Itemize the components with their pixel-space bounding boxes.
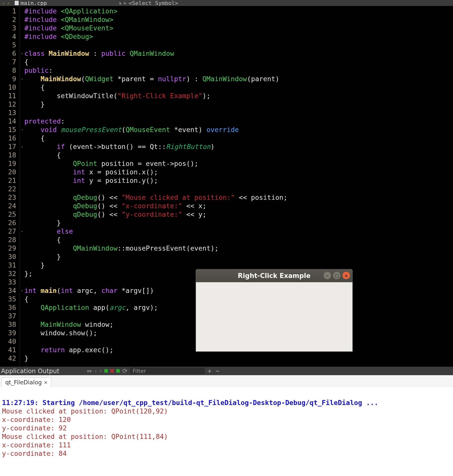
stop-icon[interactable] (110, 369, 114, 373)
settings-icon[interactable]: ⟳ (122, 367, 127, 375)
output-tab[interactable]: qt_FileDialog ✕ (1, 377, 51, 387)
nav-forward-icon[interactable]: › (7, 0, 10, 6)
output-tabs: qt_FileDialog ✕ (0, 375, 453, 387)
nav-arrows: ‹ › (0, 0, 12, 6)
maximize-button[interactable]: ▢ (333, 272, 340, 279)
nav-back-icon[interactable]: ‹ (2, 0, 5, 6)
next-icon[interactable]: › (99, 367, 102, 375)
file-tab[interactable]: main.cpp (12, 0, 50, 6)
symbol-updown-icon[interactable]: ⇅ (119, 1, 121, 5)
output-pane[interactable]: 11:27:19: Starting /home/user/qt_cpp_tes… (0, 387, 453, 476)
zoom-controls: + − (207, 368, 220, 374)
running-app-window[interactable]: Right-Click Example – ▢ × (196, 269, 353, 352)
close-button[interactable]: × (342, 272, 350, 279)
close-icon[interactable]: ✕ (44, 380, 48, 385)
code-editor[interactable]: 1234567891011121314151617181920212223242… (0, 6, 453, 367)
symbol-selector-area[interactable]: ⇅ × <Select Symbol> (119, 0, 178, 6)
symbol-selector[interactable]: <Select Symbol> (129, 0, 178, 6)
output-start-line: 11:27:19: Starting /home/user/qt_cpp_tes… (2, 399, 451, 407)
symbol-close-icon[interactable]: × (123, 0, 126, 6)
minimize-button[interactable]: – (324, 272, 331, 279)
output-lines: Mouse clicked at position: QPoint(120,92… (2, 407, 451, 458)
filter-placeholder: Filter (132, 368, 146, 374)
zoom-out-icon[interactable]: − (215, 368, 220, 374)
output-panel-header: Application Output ⇔ ‹ › ⟳ Filter + − (0, 367, 453, 375)
run-icon[interactable] (104, 369, 108, 373)
zoom-in-icon[interactable]: + (207, 368, 212, 374)
output-panel-title: Application Output (0, 367, 59, 375)
line-number-gutter: 1234567891011121314151617181920212223242… (0, 6, 20, 367)
file-name: main.cpp (21, 0, 47, 6)
rerun-icon[interactable] (116, 369, 120, 373)
app-window-titlebar[interactable]: Right-Click Example – ▢ × (196, 269, 352, 282)
editor-tabbar: ‹ › main.cpp ⇅ × <Select Symbol> (0, 0, 453, 6)
prev-icon[interactable]: ‹ (94, 367, 97, 375)
app-window-title: Right-Click Example (238, 272, 310, 279)
output-tab-label: qt_FileDialog (5, 379, 42, 386)
output-toolbar: ⇔ ‹ › ⟳ (87, 367, 127, 375)
window-buttons: – ▢ × (324, 272, 350, 279)
attach-icon[interactable]: ⇔ (87, 367, 92, 375)
filter-input[interactable]: Filter (130, 368, 205, 374)
fold-column[interactable]: ▾▾▾▾▾▾ (20, 6, 24, 367)
file-icon (15, 1, 19, 5)
